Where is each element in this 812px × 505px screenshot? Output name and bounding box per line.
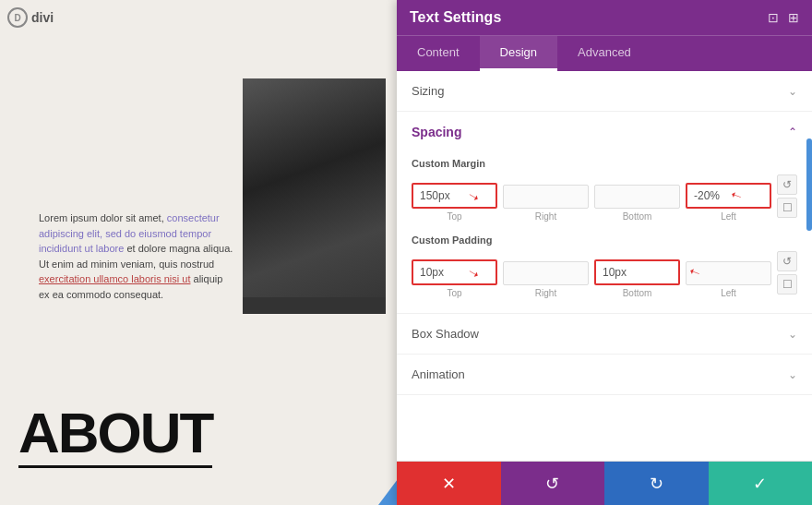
panel-footer: ✕ ↺ ↻ ✓ <box>397 461 812 505</box>
padding-row-icons: ↺ ☐ <box>777 251 797 295</box>
box-shadow-section[interactable]: Box Shadow ⌄ <box>397 314 812 355</box>
margin-left-field: Left <box>686 183 771 222</box>
reset-icon: ↺ <box>545 474 559 494</box>
padding-device-button[interactable]: ☐ <box>777 274 797 295</box>
margin-bottom-input[interactable] <box>594 185 680 209</box>
cancel-icon: ✕ <box>442 474 456 494</box>
margin-top-input[interactable] <box>412 183 497 209</box>
redo-button[interactable]: ↻ <box>604 462 709 505</box>
padding-bottom-input[interactable] <box>594 259 680 285</box>
padding-top-field: Top <box>412 259 497 298</box>
margin-top-field: Top <box>412 183 497 222</box>
box-shadow-chevron-icon: ⌄ <box>788 328 797 341</box>
reset-button[interactable]: ↺ <box>501 462 605 505</box>
margin-left-label: Left <box>721 211 736 222</box>
margin-right-field: Right <box>503 185 589 222</box>
tab-advanced[interactable]: Advanced <box>557 36 651 71</box>
padding-left-input[interactable] <box>686 261 771 285</box>
custom-margin-label: Custom Margin <box>412 158 797 169</box>
margin-right-input[interactable] <box>503 185 589 209</box>
right-accent-bar <box>806 138 812 231</box>
margin-right-label: Right <box>535 211 556 222</box>
animation-chevron-icon: ⌄ <box>788 368 797 381</box>
tab-content[interactable]: Content <box>397 36 480 71</box>
panel-title: Text Settings <box>410 9 501 26</box>
panel-tabs: Content Design Advanced <box>397 35 812 71</box>
panel-content: Sizing ⌄ Spacing ⌃ Custom Margin Top <box>397 71 812 461</box>
about-heading: ABOUT <box>18 400 212 468</box>
animation-label: Animation <box>412 367 465 381</box>
box-shadow-label: Box Shadow <box>412 327 479 341</box>
margin-left-input[interactable] <box>686 183 771 209</box>
divi-circle-icon: D <box>7 7 28 28</box>
spacing-title: Spacing <box>412 125 461 139</box>
margin-row-icons: ↺ ☐ <box>777 174 797 218</box>
margin-reset-button[interactable]: ↺ <box>777 174 797 195</box>
brand-name: divi <box>31 10 54 25</box>
text-block: Lorem ipsum dolor sit amet, consectetur … <box>39 210 234 302</box>
padding-reset-button[interactable]: ↺ <box>777 251 797 271</box>
panel-header: Text Settings ⊡ ⊞ <box>397 0 812 35</box>
padding-right-label: Right <box>535 288 556 298</box>
spacing-section: Spacing ⌃ Custom Margin Top ➝ <box>397 112 812 314</box>
padding-top-input[interactable] <box>412 259 497 285</box>
padding-top-label: Top <box>447 288 461 298</box>
spacing-section-header[interactable]: Spacing ⌃ <box>397 112 812 147</box>
animation-section[interactable]: Animation ⌄ <box>397 355 812 395</box>
custom-padding-label: Custom Padding <box>412 234 797 246</box>
padding-right-field: Right <box>503 261 589 298</box>
margin-bottom-field: Bottom <box>594 185 680 222</box>
padding-left-field: Left <box>686 261 771 298</box>
margin-device-button[interactable]: ☐ <box>777 198 797 218</box>
photo-area <box>243 78 386 314</box>
tab-design[interactable]: Design <box>480 36 557 71</box>
spacing-chevron-icon: ⌃ <box>788 126 797 138</box>
spacing-body: Custom Margin Top ➝ Right <box>397 147 812 313</box>
panel-header-icons: ⊡ ⊞ <box>768 10 799 25</box>
sizing-section[interactable]: Sizing ⌄ <box>397 71 812 112</box>
sizing-label: Sizing <box>412 84 444 98</box>
padding-bottom-label: Bottom <box>623 288 652 298</box>
padding-right-input[interactable] <box>503 261 589 285</box>
cancel-button[interactable]: ✕ <box>397 462 501 505</box>
divi-logo: D divi <box>7 7 54 28</box>
settings-panel: Text Settings ⊡ ⊞ Content Design Advance… <box>397 0 812 505</box>
margin-top-label: Top <box>447 211 461 222</box>
redo-icon: ↻ <box>650 474 663 494</box>
sizing-chevron-icon: ⌄ <box>788 85 797 98</box>
fullscreen-icon[interactable]: ⊡ <box>768 10 779 25</box>
confirm-button[interactable]: ✓ <box>709 462 813 505</box>
padding-bottom-field: Bottom <box>594 259 680 298</box>
grid-icon[interactable]: ⊞ <box>788 10 799 25</box>
margin-bottom-label: Bottom <box>623 211 652 222</box>
confirm-icon: ✓ <box>753 474 767 494</box>
padding-left-label: Left <box>721 288 736 298</box>
